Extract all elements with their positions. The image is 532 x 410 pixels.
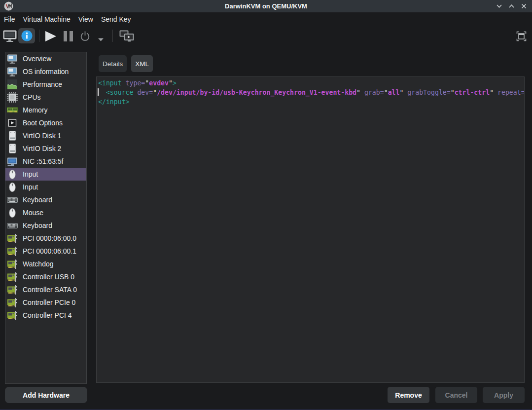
disk-icon [7, 130, 18, 141]
toolbar-separator [112, 30, 113, 42]
tab-details[interactable]: Details [99, 55, 127, 72]
pci-icon [7, 271, 18, 282]
minimize-icon[interactable] [496, 3, 502, 9]
tab-xml[interactable]: XML [131, 55, 153, 72]
hardware-list: OverviewOS informationPerformanceCPUsMem… [5, 52, 87, 384]
sidebar-item-controller-usb-0[interactable]: Controller USB 0 [5, 270, 86, 283]
menubar: FileVirtual MachineViewSend Key [0, 12, 532, 26]
boot-icon [7, 117, 18, 128]
add-hardware-button[interactable]: Add Hardware [5, 387, 87, 403]
sidebar-item-virtio-disk-1[interactable]: VirtIO Disk 1 [5, 129, 86, 142]
disk-icon [7, 143, 18, 154]
keyboard-icon [7, 220, 18, 231]
sidebar-item-cpus[interactable]: CPUs [5, 91, 86, 104]
menu-file[interactable]: File [0, 12, 19, 26]
sidebar-item-label: PCI 0000:06:00.0 [23, 234, 76, 242]
window-title: DarwinKVM on QEMU/KVM [0, 0, 532, 12]
details-info-button[interactable] [18, 28, 35, 43]
pci-icon [7, 246, 18, 257]
sidebar-item-keyboard[interactable]: Keyboard [5, 193, 86, 206]
performance-icon [7, 79, 18, 90]
sidebar-item-label: Keyboard [23, 222, 52, 229]
sidebar-item-label: Memory [23, 106, 48, 114]
nic-icon [7, 156, 18, 167]
text-cursor [98, 88, 99, 96]
sidebar-item-memory[interactable]: Memory [5, 104, 86, 116]
info-icon [21, 30, 33, 41]
sidebar-item-label: Controller USB 0 [23, 273, 74, 281]
sidebar-item-label: Boot Options [23, 119, 63, 127]
sidebar-item-performance[interactable]: Performance [5, 78, 86, 91]
sidebar-item-label: Overview [23, 55, 51, 63]
window-controls [496, 0, 527, 12]
sidebar-item-pci-0000-06-00-1[interactable]: PCI 0000:06:00.1 [5, 245, 86, 258]
titlebar: DarwinKVM on QEMU/KVM [0, 0, 532, 12]
shutdown-menu-caret-icon[interactable] [98, 35, 104, 43]
apply-button[interactable]: Apply [483, 387, 525, 403]
sidebar-item-label: Controller PCIe 0 [23, 298, 75, 306]
sidebar-item-label: Keyboard [23, 196, 52, 204]
pci-icon [7, 284, 18, 295]
fullscreen-icon[interactable] [516, 31, 527, 43]
sidebar-item-label: VirtIO Disk 2 [23, 145, 61, 152]
shutdown-icon[interactable] [79, 30, 91, 44]
sidebar-item-os-information[interactable]: OS information [5, 65, 86, 78]
sidebar-item-label: CPUs [23, 93, 41, 101]
sidebar-item-controller-pci-4[interactable]: Controller PCI 4 [5, 309, 86, 322]
sidebar-item-pci-0000-06-00-0[interactable]: PCI 0000:06:00.0 [5, 232, 86, 245]
sidebar-item-controller-pcie-0[interactable]: Controller PCIe 0 [5, 296, 86, 309]
sidebar-item-watchdog[interactable]: Watchdog [5, 258, 86, 270]
sidebar-item-label: NIC :51:63:5f [23, 157, 64, 165]
keyboard-icon [7, 194, 18, 205]
sidebar-item-label: Mouse [23, 209, 43, 217]
cancel-button[interactable]: Cancel [435, 387, 477, 403]
sidebar-item-label: Input [23, 170, 38, 178]
pci-icon [7, 233, 18, 244]
mouse-icon [7, 169, 18, 180]
code-line: </input> [98, 97, 524, 107]
sidebar-item-controller-sata-0[interactable]: Controller SATA 0 [5, 283, 86, 296]
close-icon[interactable] [521, 3, 527, 9]
sidebar-item-label: Controller PCI 4 [23, 311, 72, 319]
sidebar-item-input[interactable]: Input [5, 181, 86, 193]
toolbar-separator [39, 30, 39, 42]
menu-virtual-machine[interactable]: Virtual Machine [19, 12, 74, 26]
cpu-icon [7, 92, 18, 103]
code-line: <input type="evdev"> [98, 78, 524, 88]
pci-icon [7, 297, 18, 308]
remove-button[interactable]: Remove [388, 387, 429, 403]
sidebar-item-keyboard[interactable]: Keyboard [5, 219, 86, 232]
sidebar-item-overview[interactable]: Overview [5, 52, 86, 65]
sidebar-item-label: Performance [23, 80, 62, 88]
sidebar-item-label: Controller SATA 0 [23, 286, 77, 294]
sidebar-item-virtio-disk-2[interactable]: VirtIO Disk 2 [5, 142, 86, 155]
sidebar-item-label: PCI 0000:06:00.1 [23, 247, 76, 255]
menu-view[interactable]: View [74, 12, 97, 26]
xml-editor-content: <input type="evdev"> <source dev="/dev/i… [98, 78, 524, 107]
sidebar-item-label: Watchdog [23, 260, 54, 268]
pci-icon [7, 259, 18, 269]
sidebar-item-nic-51-63-5f[interactable]: NIC :51:63:5f [5, 155, 86, 168]
sidebar-item-input[interactable]: Input [5, 168, 86, 181]
monitor-icon [7, 66, 18, 77]
run-icon[interactable] [44, 31, 57, 44]
sidebar-item-boot-options[interactable]: Boot Options [5, 116, 86, 129]
monitor-icon [7, 53, 18, 64]
code-line: <source dev="/dev/input/by-id/usb-Keychr… [98, 88, 524, 97]
tab-bar: DetailsXML [99, 55, 153, 72]
screenshot-icon[interactable] [119, 30, 134, 44]
pause-icon[interactable] [63, 31, 73, 44]
memory-icon [7, 105, 18, 115]
sidebar-item-label: OS information [23, 68, 69, 75]
menu-send-key[interactable]: Send Key [97, 12, 135, 26]
mouse-icon [7, 182, 18, 192]
sidebar-item-label: Input [23, 183, 38, 191]
maximize-icon[interactable] [508, 3, 515, 9]
sidebar-item-label: VirtIO Disk 1 [23, 132, 61, 140]
xml-editor[interactable]: <input type="evdev"> <source dev="/dev/i… [96, 76, 525, 383]
mouse-icon [7, 207, 18, 218]
toolbar [0, 26, 532, 46]
console-icon[interactable] [3, 30, 17, 44]
sidebar-item-mouse[interactable]: Mouse [5, 206, 86, 219]
pci-icon [7, 310, 18, 321]
